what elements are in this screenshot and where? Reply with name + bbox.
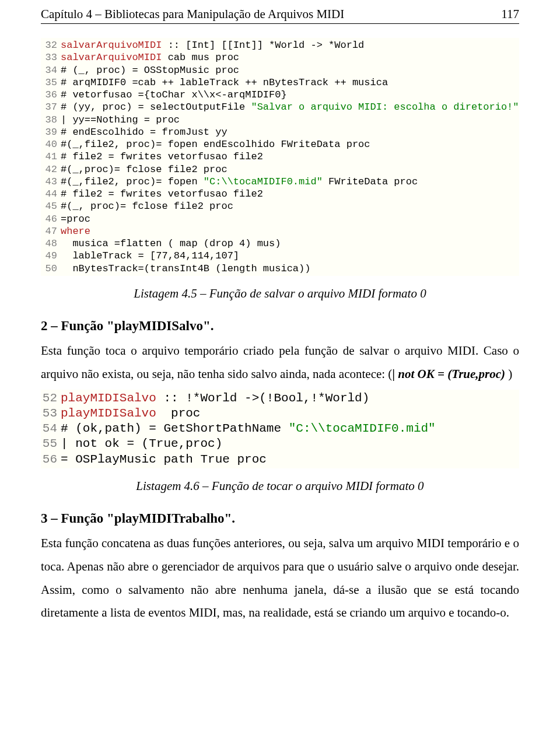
code-text: # file2 = fwrites vetorfusao file2 — [61, 188, 263, 200]
code-line: 32salvarArquivoMIDI :: [Int] [[Int]] *Wo… — [41, 39, 519, 51]
code-line: 53playMIDISalvo proc — [41, 406, 519, 421]
code-line: 39# endEscolhido = fromJust yy — [41, 126, 519, 138]
code-text: # endEscolhido = fromJust yy — [61, 126, 228, 138]
line-number: 35 — [41, 76, 61, 89]
code-line: 34# (_, proc) = OSStopMusic proc — [41, 64, 519, 76]
section-2-inline-code: | not OK = (True,proc) — [392, 367, 505, 381]
line-number: 39 — [41, 126, 61, 138]
header-underline — [41, 23, 519, 24]
code-line: 38| yy==Nothing = proc — [41, 114, 519, 126]
code-line: 33salvarArquivoMIDI cab mus proc — [41, 51, 519, 64]
line-number: 55 — [41, 436, 61, 452]
code-text: # (_, proc) = OSStopMusic proc — [61, 64, 239, 76]
line-number: 33 — [41, 51, 61, 64]
line-number: 42 — [41, 163, 61, 176]
code-line: 50 nBytesTrack=(transInt4B (length music… — [41, 262, 519, 275]
section-3-paragraph: Esta função concatena as duas funções an… — [41, 532, 519, 625]
code-line: 45#(_, proc)= fclose file2 proc — [41, 200, 519, 212]
code-line: 54# (ok,path) = GetShortPathName "C:\\to… — [41, 421, 519, 436]
code-text: # file2 = fwrites vetorfusao file2 — [61, 150, 263, 163]
code-line: 43#(_,file2, proc)= fopen "C:\\tocaMIDIF… — [41, 176, 519, 188]
code-text: musica =flatten ( map (drop 4) mus) — [61, 237, 281, 250]
line-number: 54 — [41, 421, 61, 436]
line-number: 48 — [41, 237, 61, 250]
caption-listing-4-5: Listagem 4.5 – Função de salvar o arquiv… — [41, 286, 519, 301]
line-number: 46 — [41, 213, 61, 225]
code-text: lableTrack = [77,84,114,107] — [61, 250, 239, 262]
code-line: 56= OSPlayMusic path True proc — [41, 452, 519, 467]
code-text: nBytesTrack=(transInt4B (length musica)) — [61, 262, 310, 275]
section-2-paragraph: Esta função toca o arquivo temporário cr… — [41, 340, 519, 386]
code-text: | not ok = (True,proc) — [61, 436, 222, 452]
code-text: #(_,file2, proc)= fopen "C:\\tocaMIDIF0.… — [61, 176, 418, 188]
line-number: 32 — [41, 39, 61, 51]
code-text: # (yy, proc) = selectOutputFile "Salvar … — [61, 101, 519, 113]
line-number: 37 — [41, 101, 61, 113]
section-3-heading: 3 – Função "playMIDITrabalho". — [41, 511, 519, 526]
code-listing-4-5: 32salvarArquivoMIDI :: [Int] [[Int]] *Wo… — [41, 38, 519, 276]
code-line: 46=proc — [41, 213, 519, 225]
caption-listing-4-6: Listagem 4.6 – Função de tocar o arquivo… — [41, 479, 519, 494]
code-line: 40#(_,file2, proc)= fopen endEscolhido F… — [41, 138, 519, 150]
code-text: where — [61, 225, 90, 237]
line-number: 45 — [41, 200, 61, 212]
chapter-title: Capítulo 4 – Bibliotecas para Manipulaçã… — [41, 7, 344, 22]
code-line: 36# vetorfusao ={toChar x\\x<-arqMIDIF0} — [41, 89, 519, 101]
line-number: 38 — [41, 114, 61, 126]
section-2-text-b: ) — [505, 367, 512, 381]
code-line: 44# file2 = fwrites vetorfusao file2 — [41, 188, 519, 200]
code-line: 42#(_,proc)= fclose file2 proc — [41, 163, 519, 176]
line-number: 44 — [41, 188, 61, 200]
code-line: 47where — [41, 225, 519, 237]
code-line: 48 musica =flatten ( map (drop 4) mus) — [41, 237, 519, 250]
code-text: = OSPlayMusic path True proc — [61, 452, 267, 467]
code-line: 49 lableTrack = [77,84,114,107] — [41, 250, 519, 262]
line-number: 36 — [41, 89, 61, 101]
code-text: playMIDISalvo :: !*World ->(!Bool,!*Worl… — [61, 391, 369, 406]
line-number: 50 — [41, 262, 61, 275]
line-number: 53 — [41, 406, 61, 421]
code-text: salvarArquivoMIDI cab mus proc — [61, 51, 239, 64]
line-number: 49 — [41, 250, 61, 262]
line-number: 56 — [41, 452, 61, 467]
code-text: #(_,proc)= fclose file2 proc — [61, 163, 228, 176]
code-listing-4-6: 52playMIDISalvo :: !*World ->(!Bool,!*Wo… — [41, 390, 519, 468]
code-text: salvarArquivoMIDI :: [Int] [[Int]] *Worl… — [61, 39, 364, 51]
code-text: | yy==Nothing = proc — [61, 114, 180, 126]
code-line: 37# (yy, proc) = selectOutputFile "Salva… — [41, 101, 519, 113]
line-number: 52 — [41, 391, 61, 406]
code-text: =proc — [61, 213, 90, 225]
code-line: 52playMIDISalvo :: !*World ->(!Bool,!*Wo… — [41, 391, 519, 406]
code-line: 41# file2 = fwrites vetorfusao file2 — [41, 150, 519, 163]
code-text: # vetorfusao ={toChar x\\x<-arqMIDIF0} — [61, 89, 287, 101]
code-line: 35# arqMIDIF0 =cab ++ lableTrack ++ nByt… — [41, 76, 519, 89]
line-number: 40 — [41, 138, 61, 150]
code-text: #(_,file2, proc)= fopen endEscolhido FWr… — [61, 138, 370, 150]
line-number: 41 — [41, 150, 61, 163]
code-line: 55| not ok = (True,proc) — [41, 436, 519, 452]
code-text: # arqMIDIF0 =cab ++ lableTrack ++ nBytes… — [61, 76, 388, 89]
code-text: playMIDISalvo proc — [61, 406, 200, 421]
line-number: 47 — [41, 225, 61, 237]
code-text: #(_, proc)= fclose file2 proc — [61, 200, 233, 212]
line-number: 34 — [41, 64, 61, 76]
code-text: # (ok,path) = GetShortPathName "C:\\toca… — [61, 421, 436, 436]
section-2-heading: 2 – Função "playMIDISalvo". — [41, 318, 519, 334]
page-number: 117 — [501, 7, 519, 22]
line-number: 43 — [41, 176, 61, 188]
